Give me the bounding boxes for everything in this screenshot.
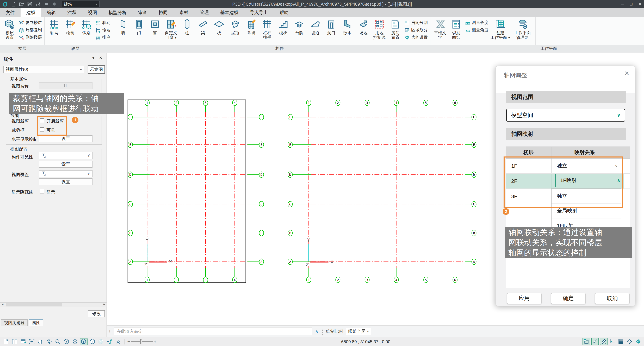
new-window-button[interactable]: [19, 338, 27, 345]
ribbon-item-delete-floor[interactable]: 删除楼层: [18, 34, 42, 41]
maximize-button[interactable]: □: [630, 2, 632, 6]
ribbon-item-opening[interactable]: 洞口: [324, 18, 339, 40]
ribbon-item-wall[interactable]: 墙: [115, 18, 130, 40]
ribbon-item-create-workplane[interactable]: 创建 工作平面 ▾: [490, 18, 511, 40]
polar-tracking-button[interactable]: [591, 338, 599, 345]
ribbon-item-copy-floor[interactable]: 复制楼层: [18, 19, 42, 26]
scroll-right-icon[interactable]: ►: [103, 303, 106, 306]
close-button[interactable]: ✕: [638, 2, 642, 6]
scroll-left-icon[interactable]: ◄: [1, 303, 4, 306]
mapping-combobox-open[interactable]: 1F映射 ∧: [555, 174, 624, 187]
zoom-slider[interactable]: [131, 339, 152, 344]
view-range-dropdown[interactable]: 模型空间 ∨: [506, 109, 625, 122]
panel-tab-properties[interactable]: 属性: [28, 319, 43, 326]
ribbon-item-custom-door-window[interactable]: 自定义 门窗 ▾: [164, 18, 179, 40]
ribbon-item-railing[interactable]: 栏杆 扶手: [260, 18, 275, 40]
menu-item-import-export[interactable]: 导入导出: [244, 8, 274, 17]
view-tabs-button[interactable]: [10, 338, 18, 345]
grid-snap-button[interactable]: [617, 338, 625, 345]
dialog-close-icon[interactable]: ✕: [624, 70, 630, 77]
schematic-button[interactable]: 示意图: [88, 65, 105, 74]
minimize-button[interactable]: ─: [622, 2, 624, 6]
ribbon-item-door[interactable]: 门: [131, 18, 146, 40]
panel-tab-view-browser[interactable]: 视图浏览器: [1, 319, 28, 326]
panel-collapse-icon[interactable]: ▼: [92, 56, 95, 60]
ribbon-item-text-3d[interactable]: 三维文字: [432, 18, 448, 40]
zoom-fit-button[interactable]: [28, 338, 36, 345]
solid-style-button[interactable]: [97, 338, 105, 345]
ribbon-item-partial-copy[interactable]: 局部复制: [18, 26, 42, 34]
selection-box-snap-button[interactable]: [582, 338, 590, 345]
component-visibility-settings-button[interactable]: 设置: [39, 161, 92, 168]
ribbon-item-grid-naming[interactable]: 命名: [95, 26, 110, 34]
zoom-slider-thumb[interactable]: [140, 339, 142, 344]
ribbon-item-axis-grid[interactable]: 轴网: [47, 18, 62, 35]
ribbon-item-grid-linkage[interactable]: 联动: [95, 19, 110, 26]
crop-box[interactable]: [128, 100, 246, 283]
panel-close-icon[interactable]: ✕: [99, 55, 102, 60]
table-row-1f[interactable]: 1F 独立∨: [506, 159, 630, 174]
horizontal-display-settings-button[interactable]: 设置: [39, 135, 92, 142]
menu-item-materials[interactable]: 素材: [174, 8, 194, 17]
crop-visible-checkbox[interactable]: [40, 127, 44, 132]
ribbon-item-room-layout[interactable]: 房间 布置: [388, 18, 403, 40]
menu-item-model-analysis[interactable]: 模型分析: [103, 8, 132, 17]
menu-item-edit[interactable]: 编辑: [41, 8, 62, 17]
sketch-mode-button[interactable]: [600, 338, 608, 345]
ribbon-item-stair[interactable]: 楼梯: [276, 18, 291, 40]
expand-statusbar-button[interactable]: [114, 338, 122, 345]
menu-item-help[interactable]: 帮助: [274, 8, 294, 17]
crop-enable-checkbox[interactable]: [40, 118, 44, 123]
ribbon-item-room-split[interactable]: 房间分割: [404, 19, 428, 26]
settings-button[interactable]: [634, 338, 642, 345]
zoom-button[interactable]: [54, 338, 62, 345]
menu-item-annotate[interactable]: 注释: [62, 8, 82, 17]
dropdown-option-独立[interactable]: 独立: [552, 189, 621, 204]
move-gizmo-button[interactable]: [626, 338, 634, 345]
hidden-line-style-button[interactable]: [88, 338, 96, 345]
undo-icon[interactable]: [43, 1, 49, 7]
ribbon-item-column[interactable]: 柱: [180, 18, 195, 40]
ribbon-item-measure-angle[interactable]: 测量角度: [465, 26, 488, 34]
ribbon-item-recognize-grid[interactable]: 识别: [79, 18, 94, 35]
collapse-command-icon[interactable]: ∧: [315, 329, 318, 334]
redo-icon[interactable]: [52, 1, 58, 7]
ribbon-item-recognize-sheet[interactable]: 识别 图纸: [448, 18, 464, 40]
workspace-dropdown[interactable]: 建筑 ▾: [62, 1, 100, 7]
ortho-mode-button[interactable]: [608, 338, 616, 345]
ribbon-item-draw-grid[interactable]: 绘制: [63, 18, 78, 35]
drag-handle-icon[interactable]: ⁞⁞: [108, 329, 110, 334]
shaded-style-button[interactable]: [80, 338, 88, 345]
xray-style-button[interactable]: [71, 338, 79, 345]
modify-button[interactable]: 修改: [88, 310, 105, 317]
menu-item-review[interactable]: 审查: [132, 8, 153, 17]
ok-button[interactable]: 确定: [551, 293, 586, 304]
menu-item-view[interactable]: 视图: [82, 8, 103, 17]
wireframe-style-button[interactable]: [62, 338, 70, 345]
ribbon-item-ramp[interactable]: 坡道: [308, 18, 323, 40]
apply-button[interactable]: 应用: [507, 293, 542, 304]
menu-item-basic-modeling[interactable]: 基本建模: [214, 8, 244, 17]
command-input[interactable]: [114, 327, 312, 336]
new-file-icon[interactable]: [10, 1, 16, 7]
menu-item-file[interactable]: 文件: [0, 8, 20, 17]
ribbon-item-slab[interactable]: 板: [212, 18, 227, 40]
ribbon-item-land-control-line[interactable]: 用地 控制线: [372, 18, 387, 40]
ribbon-item-apron[interactable]: 散水: [340, 18, 355, 40]
new-view-button[interactable]: [2, 338, 10, 345]
panel-horizontal-scrollbar[interactable]: ◄ ►: [0, 302, 107, 307]
ribbon-item-steps[interactable]: 台阶: [292, 18, 307, 40]
component-visibility-dropdown[interactable]: 无∨: [39, 152, 92, 159]
zoom-in-icon[interactable]: +: [154, 339, 156, 344]
scrollbar-thumb[interactable]: [6, 303, 62, 307]
pan-button[interactable]: [36, 338, 44, 345]
table-row-2f[interactable]: 2F 1F映射 ∧: [506, 174, 630, 189]
draw-scale-dropdown[interactable]: 跟随全局▾: [346, 328, 371, 335]
menu-item-manage[interactable]: 管理: [194, 8, 214, 17]
hidden-lines-checkbox[interactable]: [40, 189, 44, 193]
ribbon-item-floor-settings[interactable]: 楼层 设置: [2, 18, 17, 40]
ribbon-item-window[interactable]: 窗: [148, 18, 163, 40]
save-as-icon[interactable]: [35, 1, 41, 7]
ribbon-item-zone-divide[interactable]: 区域划分: [404, 26, 428, 34]
display-settings-button[interactable]: [106, 338, 114, 345]
